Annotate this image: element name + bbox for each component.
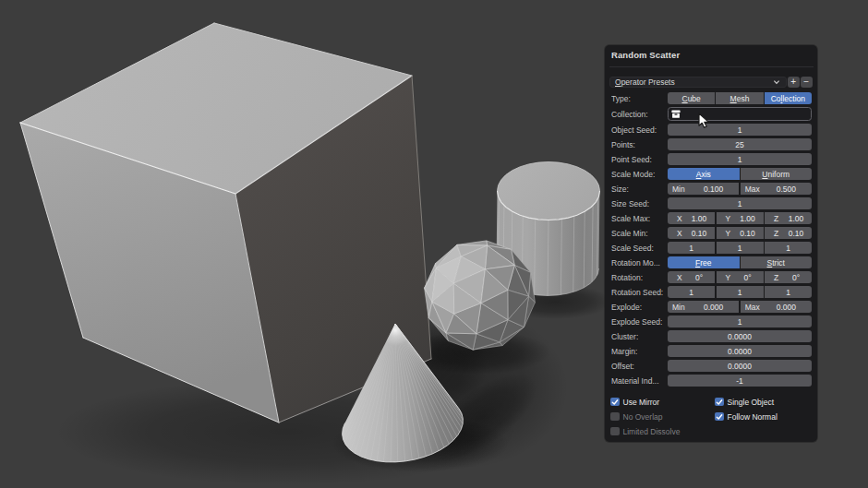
panel-row: Point Seed:1 <box>605 153 817 165</box>
number-slider[interactable]: Y1.00 <box>717 212 764 224</box>
segmented-control: CubeMeshCollection <box>668 92 812 104</box>
number-slider[interactable]: 1 <box>717 242 764 254</box>
number-slider[interactable]: X0° <box>668 271 715 283</box>
slider-group: X0°Y0°Z0° <box>668 271 812 283</box>
segment-option[interactable]: Uniform <box>741 168 813 180</box>
segment-option[interactable]: Free <box>668 256 740 268</box>
checkbox-limited-dissolve[interactable]: Limited Dissolve <box>610 425 680 437</box>
segmented-control: AxisUniform <box>668 168 812 180</box>
segment-option[interactable]: Mesh <box>716 92 763 104</box>
segment-option[interactable]: Collection <box>765 92 812 104</box>
number-slider[interactable]: 1 <box>668 197 812 209</box>
collection-icon <box>671 110 681 118</box>
panel-row: Margin:0.0000 <box>605 345 817 357</box>
row-label: Rotation: <box>611 271 668 283</box>
panel-row: Rotation:X0°Y0°Z0° <box>605 271 817 283</box>
checkbox-box[interactable] <box>610 412 620 422</box>
checkbox-row: Limited Dissolve <box>605 425 817 437</box>
checkbox-box[interactable] <box>610 427 620 436</box>
add-preset-button[interactable]: + <box>788 77 800 88</box>
slider-group: -1 <box>668 375 812 387</box>
cube-object[interactable] <box>20 23 431 423</box>
row-label: Scale Seed: <box>611 242 668 254</box>
number-slider[interactable]: X1.00 <box>668 212 715 224</box>
number-slider[interactable]: -1 <box>668 375 812 387</box>
row-label: Collection: <box>611 107 668 121</box>
number-slider[interactable]: 1 <box>765 242 812 254</box>
row-label: Rotation Seed: <box>611 286 668 298</box>
checkbox-single-object[interactable]: Single Object <box>715 396 774 408</box>
number-slider[interactable]: Z0.10 <box>765 227 812 239</box>
number-slider[interactable]: 1 <box>765 286 812 298</box>
number-slider[interactable]: 1 <box>668 153 812 165</box>
panel-row: Scale Min:X0.10Y0.10Z0.10 <box>605 227 817 239</box>
panel-row: Object Seed:1 <box>605 124 817 136</box>
checkbox-use-mirror[interactable]: Use Mirror <box>610 396 659 408</box>
panel-row: Scale Seed:111 <box>605 242 817 254</box>
check-icon <box>716 399 723 406</box>
slider-group: 1 <box>668 315 812 327</box>
number-slider[interactable]: Max0.000 <box>741 301 812 313</box>
slider-group: 0.0000 <box>668 330 812 342</box>
row-label: Type: <box>611 92 668 104</box>
checkbox-box[interactable] <box>610 398 620 407</box>
blender-screenshot: { "colors": { "viewport_bg": "#3d3d3d", … <box>0 0 868 488</box>
number-slider[interactable]: Min0.000 <box>668 301 739 313</box>
panel-title: Random Scatter <box>611 50 680 60</box>
number-slider[interactable]: 1 <box>668 124 812 136</box>
checkbox-label: No Overlap <box>623 412 663 422</box>
row-label: Cluster: <box>611 330 668 342</box>
number-slider[interactable]: Z0° <box>765 271 812 283</box>
row-label: Rotation Mo... <box>611 256 668 268</box>
number-slider[interactable]: Y0.10 <box>717 227 764 239</box>
number-slider[interactable]: 0.0000 <box>668 330 812 342</box>
segment-option[interactable]: Strict <box>741 256 813 268</box>
row-label: Size Seed: <box>611 197 668 209</box>
number-slider[interactable]: Y0° <box>717 271 764 283</box>
number-slider[interactable]: 1 <box>668 315 812 327</box>
number-slider[interactable]: 25 <box>668 138 812 150</box>
number-slider[interactable]: 1 <box>668 286 715 298</box>
number-slider[interactable]: Z1.00 <box>765 212 812 224</box>
row-label: Scale Mode: <box>611 168 668 180</box>
collection-field[interactable] <box>668 107 812 121</box>
checkbox-no-overlap[interactable]: No Overlap <box>610 411 663 423</box>
row-label: Offset: <box>611 360 668 372</box>
checkbox-box[interactable] <box>715 398 724 407</box>
slider-group: Min0.100Max0.500 <box>668 183 812 195</box>
checkbox-follow-normal[interactable]: Follow Normal <box>715 411 778 423</box>
checkbox-label: Follow Normal <box>728 412 778 422</box>
row-label: Scale Min: <box>611 227 668 239</box>
slider-group: Min0.000Max0.000 <box>668 301 812 313</box>
number-slider[interactable]: X0.10 <box>668 227 715 239</box>
panel-row: Size:Min0.100Max0.500 <box>605 183 817 195</box>
slider-group: X1.00Y1.00Z1.00 <box>668 212 812 224</box>
segment-option[interactable]: Axis <box>668 168 740 180</box>
panel-separator <box>609 66 814 67</box>
row-label: Explode: <box>611 301 668 313</box>
remove-preset-button[interactable]: − <box>801 77 813 88</box>
number-slider[interactable]: 0.0000 <box>668 345 812 357</box>
number-slider[interactable]: Min0.100 <box>668 183 739 195</box>
checkbox-label: Limited Dissolve <box>623 427 681 436</box>
slider-group: 0.0000 <box>668 360 812 372</box>
checkbox-label: Use Mirror <box>623 398 660 407</box>
segment-option[interactable]: Cube <box>668 92 715 104</box>
row-label: Material Ind... <box>611 375 668 387</box>
row-label: Object Seed: <box>611 124 668 136</box>
number-slider[interactable]: Max0.500 <box>741 183 812 195</box>
operator-presets-dropdown[interactable]: Operator Presets <box>609 77 787 88</box>
panel-row: Explode Seed:1 <box>605 315 817 327</box>
slider-group: 1 <box>668 153 812 165</box>
row-label: Scale Max: <box>611 212 668 224</box>
panel-row: Rotation Seed:111 <box>605 286 817 298</box>
number-slider[interactable]: 0.0000 <box>668 360 812 372</box>
checkbox-box[interactable] <box>715 412 724 422</box>
panel-row: Material Ind...-1 <box>605 375 817 387</box>
panel-row: Scale Max:X1.00Y1.00Z1.00 <box>605 212 817 224</box>
number-slider[interactable]: 1 <box>668 242 715 254</box>
checkbox-row: Use MirrorSingle Object <box>605 396 817 408</box>
slider-group: 0.0000 <box>668 345 812 357</box>
panel-row: Type:CubeMeshCollection <box>605 92 817 104</box>
number-slider[interactable]: 1 <box>717 286 764 298</box>
